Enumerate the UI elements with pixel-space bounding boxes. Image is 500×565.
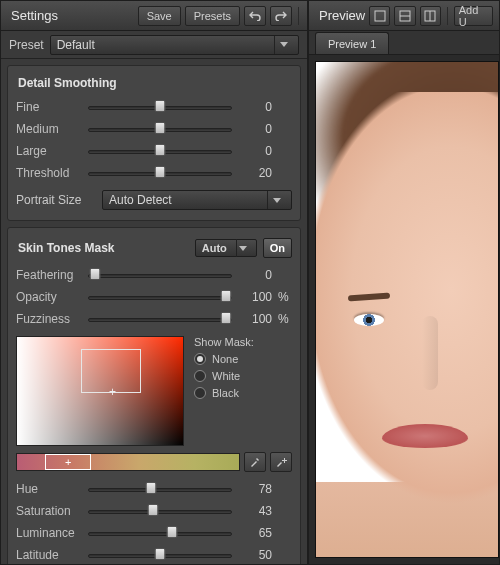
hue-slider[interactable] [88, 482, 232, 496]
large-slider[interactable] [88, 144, 232, 158]
portrait-size-label: Portrait Size [16, 193, 96, 207]
single-view-icon [374, 10, 386, 22]
fuzziness-value: 100 [238, 312, 272, 326]
preview-title: Preview [315, 8, 365, 23]
luminance-row: Luminance 65 [16, 522, 292, 544]
large-value: 0 [238, 144, 272, 158]
eyedropper-plus-icon [275, 456, 287, 468]
mask-none-radio[interactable]: None [194, 353, 254, 365]
opacity-slider[interactable] [88, 290, 232, 304]
medium-row: Medium 0 [16, 118, 292, 140]
medium-value: 0 [238, 122, 272, 136]
preset-value: Default [57, 38, 95, 52]
luminance-label: Luminance [16, 526, 82, 540]
hue-value: 78 [238, 482, 272, 496]
eyedropper-add-button[interactable] [270, 452, 292, 472]
settings-title: Settings [7, 8, 58, 23]
show-mask-label: Show Mask: [194, 336, 254, 348]
tab-preview-1[interactable]: Preview 1 [315, 32, 389, 54]
eyedropper-button[interactable] [244, 452, 266, 472]
skin-tones-section: Skin Tones Mask Auto On Feathering 0 Opa… [7, 227, 301, 564]
threshold-slider[interactable] [88, 166, 232, 180]
threshold-value: 20 [238, 166, 272, 180]
skin-auto-select[interactable]: Auto [195, 239, 257, 257]
save-button[interactable]: Save [138, 6, 181, 26]
medium-slider[interactable] [88, 122, 232, 136]
chevron-down-icon [274, 36, 292, 54]
preview-header: Preview Add U [309, 1, 499, 31]
radio-icon [194, 353, 206, 365]
separator [447, 7, 448, 25]
settings-header: Settings Save Presets [1, 1, 307, 31]
plus-icon: + [65, 454, 71, 470]
skin-tones-title: Skin Tones Mask Auto On [16, 234, 292, 264]
feathering-label: Feathering [16, 268, 82, 282]
hue-strip[interactable]: + [16, 453, 240, 471]
preset-select[interactable]: Default [50, 35, 299, 55]
portrait-lips [382, 424, 468, 448]
undo-button[interactable] [244, 6, 266, 26]
fine-row: Fine 0 [16, 96, 292, 118]
preview-body [309, 55, 499, 564]
split-horizontal-icon [399, 10, 411, 22]
color-field[interactable]: + [16, 336, 184, 446]
add-button[interactable]: Add U [454, 6, 493, 26]
radio-icon [194, 370, 206, 382]
opacity-label: Opacity [16, 290, 82, 304]
feathering-row: Feathering 0 [16, 264, 292, 286]
medium-label: Medium [16, 122, 82, 136]
portrait-nose [422, 316, 438, 390]
fuzziness-label: Fuzziness [16, 312, 82, 326]
latitude-row: Latitude 50 [16, 544, 292, 564]
portrait-eye [354, 314, 384, 326]
threshold-row: Threshold 20 [16, 162, 292, 184]
hue-label: Hue [16, 482, 82, 496]
preset-row: Preset Default [1, 31, 307, 59]
color-area: + Show Mask: None White Black [16, 336, 292, 446]
preview-tabstrip: Preview 1 [309, 31, 499, 55]
fine-value: 0 [238, 100, 272, 114]
preset-label: Preset [9, 38, 44, 52]
undo-icon [249, 11, 261, 21]
opacity-row: Opacity 100 % [16, 286, 292, 308]
separator [298, 7, 299, 25]
latitude-value: 50 [238, 548, 272, 562]
hue-strip-row: + [16, 452, 292, 472]
fine-slider[interactable] [88, 100, 232, 114]
split-vertical-icon [424, 10, 436, 22]
portrait-size-value: Auto Detect [109, 193, 172, 207]
show-mask-group: Show Mask: None White Black [194, 336, 254, 446]
view-single-button[interactable] [369, 6, 390, 26]
presets-button[interactable]: Presets [185, 6, 240, 26]
preview-image[interactable] [315, 61, 499, 558]
saturation-value: 43 [238, 504, 272, 518]
detail-smoothing-title: Detail Smoothing [16, 72, 292, 96]
detail-smoothing-section: Detail Smoothing Fine 0 Medium 0 Large [7, 65, 301, 221]
view-split-h-button[interactable] [394, 6, 415, 26]
large-label: Large [16, 144, 82, 158]
eyedropper-icon [249, 456, 261, 468]
opacity-unit: % [278, 290, 292, 304]
mask-white-radio[interactable]: White [194, 370, 254, 382]
mask-black-radio[interactable]: Black [194, 387, 254, 399]
saturation-slider[interactable] [88, 504, 232, 518]
feathering-slider[interactable] [88, 268, 232, 282]
view-split-v-button[interactable] [420, 6, 441, 26]
portrait-face [315, 92, 499, 532]
portrait-size-select[interactable]: Auto Detect [102, 190, 292, 210]
crosshair-icon: + [109, 385, 116, 399]
fine-label: Fine [16, 100, 82, 114]
skin-on-toggle[interactable]: On [263, 238, 292, 258]
fuzziness-row: Fuzziness 100 % [16, 308, 292, 330]
latitude-label: Latitude [16, 548, 82, 562]
saturation-row: Saturation 43 [16, 500, 292, 522]
redo-button[interactable] [270, 6, 292, 26]
fuzziness-slider[interactable] [88, 312, 232, 326]
opacity-value: 100 [238, 290, 272, 304]
redo-icon [275, 11, 287, 21]
fuzziness-unit: % [278, 312, 292, 326]
chevron-down-icon [267, 191, 285, 209]
hue-row: Hue 78 [16, 478, 292, 500]
luminance-slider[interactable] [88, 526, 232, 540]
latitude-slider[interactable] [88, 548, 232, 562]
